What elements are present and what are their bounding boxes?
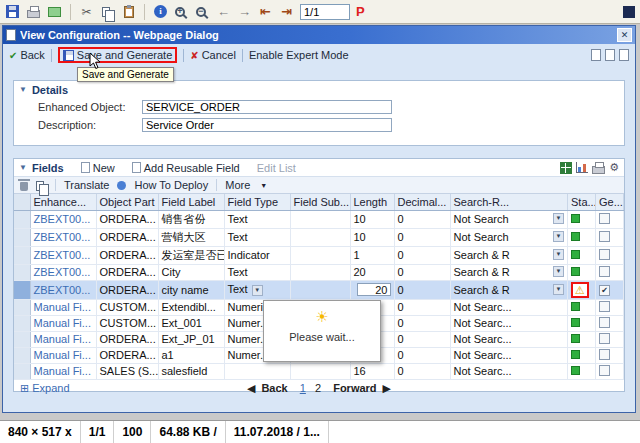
generated-checkbox[interactable] [599, 266, 610, 277]
col-generated[interactable]: Ge... [596, 194, 624, 210]
length-cell[interactable]: 20 [350, 280, 394, 299]
search-cell[interactable]: ▼Not Search [450, 228, 568, 246]
generated-checkbox[interactable] [599, 365, 610, 376]
slideshow-icon[interactable] [47, 4, 62, 20]
row-selector[interactable] [14, 264, 30, 280]
translate-button[interactable]: Translate [64, 179, 109, 191]
generated-checkbox[interactable] [599, 301, 610, 312]
row-selector[interactable] [14, 246, 30, 264]
col-field-sub[interactable]: Field Sub... [290, 194, 350, 210]
length-input[interactable]: 20 [357, 283, 391, 296]
row-selector[interactable] [14, 210, 30, 228]
info-icon[interactable]: i [153, 4, 168, 20]
enhancement-link[interactable]: Manual Fi... [30, 315, 96, 331]
copy-icon[interactable] [36, 181, 44, 191]
search-cell[interactable]: ▼Search & R [450, 280, 568, 299]
generated-checkbox[interactable] [599, 317, 610, 328]
zoom-in-icon[interactable]: + [174, 4, 189, 20]
dropdown-icon[interactable]: ▼ [553, 231, 564, 242]
page-number-input[interactable] [300, 4, 350, 20]
add-reusable-field-button[interactable]: Add Reusable Field [132, 162, 240, 174]
enhancement-link[interactable]: ZBEXT00... [30, 264, 96, 280]
row-selector[interactable] [14, 228, 30, 246]
chart-icon[interactable] [576, 162, 588, 173]
enhancement-link[interactable]: Manual Fi... [30, 347, 96, 363]
export-icon[interactable] [560, 162, 572, 174]
col-object-part[interactable]: Object Part [96, 194, 158, 210]
generated-checkbox[interactable] [599, 213, 610, 224]
pager-page-1[interactable]: 1 [300, 382, 306, 394]
description-field[interactable]: Service Order [142, 118, 392, 132]
col-field-label[interactable]: Field Label [158, 194, 224, 210]
dropdown-icon[interactable]: ▼ [553, 213, 564, 224]
pager-back[interactable]: ◀Back [244, 382, 291, 394]
col-field-type[interactable]: Field Type [224, 194, 290, 210]
copy-icon[interactable] [100, 4, 115, 20]
print-icon[interactable] [592, 166, 605, 174]
enhancement-link[interactable]: Manual Fi... [30, 331, 96, 347]
prev-image-icon[interactable]: ← [216, 4, 231, 20]
row-selector[interactable] [14, 299, 30, 315]
enhancement-link[interactable]: Manual Fi... [30, 363, 96, 379]
dialog-titlebar[interactable]: View Configuration -- Webpage Dialog ✕ [3, 26, 635, 44]
row-selector[interactable] [14, 347, 30, 363]
how-to-deploy-button[interactable]: How To Deploy [134, 179, 208, 191]
field-type-cell[interactable]: Text▼ [224, 280, 290, 299]
print-icon[interactable] [26, 4, 41, 20]
new-page-icon[interactable] [591, 49, 601, 61]
pager-forward[interactable]: Forward▶ [330, 382, 394, 394]
table-row[interactable]: ZBEXT00... ORDERA... 销售省份 Text 10 0 ▼Not… [14, 210, 624, 228]
table-row[interactable]: Manual Fi... SALES (S... salesfield 16 0… [14, 363, 624, 379]
first-image-icon[interactable]: ⇤ [258, 4, 273, 20]
enable-expert-mode-button[interactable]: Enable Expert Mode [249, 49, 349, 61]
row-selector[interactable] [14, 315, 30, 331]
document-page-icon[interactable] [619, 49, 629, 61]
table-row-selected[interactable]: ZBEXT00... ORDERA... city name Text▼ 20 … [14, 280, 624, 299]
expand-link[interactable]: ⊞ Expand [20, 382, 70, 395]
dropdown-icon[interactable]: ▼ [252, 285, 263, 296]
save-icon[interactable] [5, 4, 20, 20]
enhancement-link[interactable]: ZBEXT00... [30, 246, 96, 264]
generated-checkbox[interactable] [599, 231, 610, 242]
notes-page-icon[interactable] [605, 49, 615, 61]
cut-icon[interactable]: ✂ [79, 4, 94, 20]
search-cell[interactable]: ▼Search & R [450, 246, 568, 264]
generated-checkbox[interactable] [599, 333, 610, 344]
dropdown-icon[interactable]: ▼ [553, 266, 564, 277]
paste-icon[interactable] [121, 4, 136, 20]
enhancement-link[interactable]: ZBEXT00... [30, 280, 96, 299]
dropdown-icon[interactable]: ▼ [553, 284, 564, 295]
col-enhance[interactable]: Enhance... [30, 194, 96, 210]
back-button[interactable]: ✔ Back [9, 49, 45, 61]
generated-checkbox-checked[interactable]: ✔ [599, 285, 610, 296]
collapse-icon[interactable]: ▼ [19, 85, 27, 94]
col-length[interactable]: Length [350, 194, 394, 210]
row-selector[interactable] [14, 331, 30, 347]
zoom-out-icon[interactable]: − [195, 4, 210, 20]
row-selector[interactable] [14, 280, 30, 299]
enhancement-link[interactable]: Manual Fi... [30, 299, 96, 315]
row-selector[interactable] [14, 363, 30, 379]
details-header[interactable]: ▼ Details [14, 81, 624, 98]
enhancement-link[interactable]: ZBEXT00... [30, 228, 96, 246]
collapse-icon[interactable]: ▼ [19, 163, 27, 172]
pager-page-2[interactable]: 2 [315, 382, 321, 394]
new-button[interactable]: New [81, 162, 115, 174]
dropdown-icon[interactable]: ▼ [553, 249, 564, 260]
cancel-button[interactable]: ✘ Cancel [190, 49, 236, 61]
delete-icon[interactable] [20, 182, 28, 191]
table-row[interactable]: ZBEXT00... ORDERA... 发运室是否已 Indicator 1 … [14, 246, 624, 264]
generated-checkbox[interactable] [599, 249, 610, 260]
table-row[interactable]: ZBEXT00... ORDERA... 营销大区 Text 10 0 ▼Not… [14, 228, 624, 246]
col-search[interactable]: Search-R... [450, 194, 568, 210]
last-image-icon[interactable]: ⇥ [279, 4, 294, 20]
col-decimal[interactable]: Decimal... [394, 194, 450, 210]
close-icon[interactable]: ✕ [617, 28, 632, 42]
search-cell[interactable]: ▼Not Search [450, 210, 568, 228]
enhancement-link[interactable]: ZBEXT00... [30, 210, 96, 228]
more-button[interactable]: More [225, 179, 250, 191]
save-and-generate-button[interactable]: Save and Generate [63, 49, 172, 61]
enhanced-object-field[interactable]: SERVICE_ORDER [142, 100, 392, 114]
next-image-icon[interactable]: → [237, 4, 252, 20]
search-cell[interactable]: ▼Search & R [450, 264, 568, 280]
